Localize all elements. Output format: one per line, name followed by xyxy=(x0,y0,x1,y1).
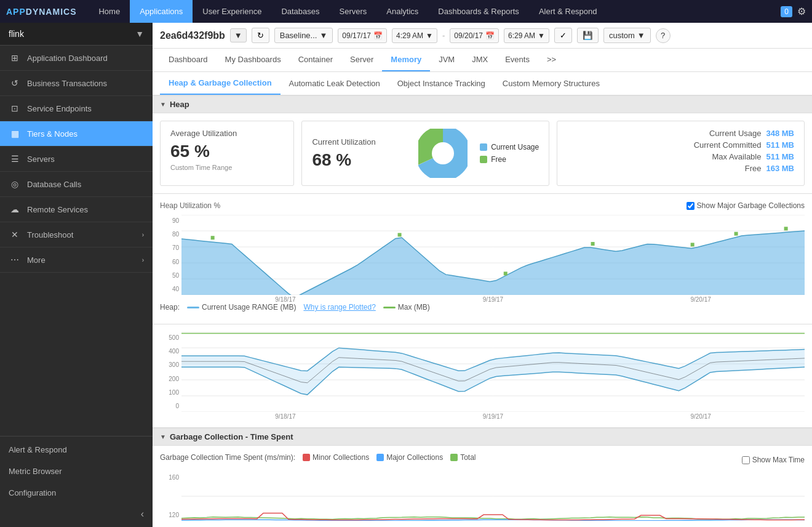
troubleshoot-icon: ✕ xyxy=(9,230,21,239)
date-separator: - xyxy=(442,31,445,40)
tab-server[interactable]: Server xyxy=(341,49,382,71)
gear-icon[interactable]: ⚙ xyxy=(797,6,806,17)
curr-util-label: Current Utilization xyxy=(312,137,406,147)
sidebar-item-label: Application Dashboard xyxy=(27,54,144,63)
free-value: 163 MB xyxy=(766,164,794,173)
gc-major-legend: Major Collections xyxy=(376,453,443,462)
tab-container[interactable]: Container xyxy=(290,49,341,71)
app-dashboard-icon: ⊞ xyxy=(9,53,21,63)
why-range-link[interactable]: Why is range Plotted? xyxy=(303,303,375,312)
sidebar-item-tiers-nodes[interactable]: ▦ Tiers & Nodes xyxy=(0,121,153,147)
sidebar-item-business-transactions[interactable]: ↺ Business Transactions xyxy=(0,71,153,96)
custom-dropdown[interactable]: custom ▼ xyxy=(603,28,651,43)
max-value: 511 MB xyxy=(766,152,794,161)
minor-label: Minor Collections xyxy=(312,453,369,462)
tab-jvm[interactable]: JVM xyxy=(430,49,463,71)
app-id-dropdown[interactable]: ▼ xyxy=(230,28,247,42)
end-date-input[interactable]: 09/20/17 📅 xyxy=(450,28,499,43)
calendar-icon2: 📅 xyxy=(485,31,495,40)
nav-servers[interactable]: Servers xyxy=(330,0,377,23)
tab-dashboard[interactable]: Dashboard xyxy=(160,49,217,71)
nav-user-experience[interactable]: User Experience xyxy=(193,0,271,23)
sidebar-item-app-dashboard[interactable]: ⊞ Application Dashboard xyxy=(0,46,153,71)
tab-jmx[interactable]: JMX xyxy=(463,49,496,71)
sidebar-item-label: Database Calls xyxy=(27,180,144,189)
free-label: Free xyxy=(567,164,761,173)
avg-util-label: Average Utilization xyxy=(170,129,284,138)
baseline-label: Baseline... xyxy=(280,31,317,40)
tab-events[interactable]: Events xyxy=(496,49,538,71)
apply-button[interactable]: ✓ xyxy=(554,28,572,43)
heap-chart-with-axis: 90 80 70 60 50 40 xyxy=(160,215,805,295)
nav-applications[interactable]: Applications xyxy=(130,0,193,23)
show-gc-checkbox[interactable]: Show Major Garbage Collections xyxy=(687,201,805,210)
tab-memory[interactable]: Memory xyxy=(382,49,430,71)
sidebar-item-label: More xyxy=(27,255,136,265)
tab-my-dashboards[interactable]: My Dashboards xyxy=(217,49,290,71)
sub-tabs: Heap & Garbage Collection Automatic Leak… xyxy=(153,72,812,95)
free-dot xyxy=(480,156,487,163)
tab-more[interactable]: >> xyxy=(538,49,565,71)
content-area[interactable]: ▼ Heap Average Utilization 65 % Custom T… xyxy=(153,95,812,527)
subtab-custom-memory[interactable]: Custom Memory Structures xyxy=(494,73,608,94)
nav-alert[interactable]: Alert & Respond xyxy=(529,0,607,23)
gc-y-axis: 160 120 xyxy=(160,472,181,521)
sidebar-footer-alert[interactable]: Alert & Respond xyxy=(0,439,153,461)
heap-pie-chart xyxy=(418,129,468,178)
app-selector[interactable]: flink ▼ xyxy=(0,23,153,46)
time-arrow: ▼ xyxy=(426,31,433,40)
show-max-checkbox[interactable] xyxy=(742,456,750,464)
sidebar-item-more[interactable]: ⋯ More › xyxy=(0,247,153,273)
subtab-heap-gc[interactable]: Heap & Garbage Collection xyxy=(160,72,281,95)
nav-dashboards[interactable]: Dashboards & Reports xyxy=(428,0,529,23)
remote-services-icon: ☁ xyxy=(9,204,21,214)
heap-mb-canvas-area xyxy=(181,332,805,412)
troubleshoot-chevron: › xyxy=(142,231,144,238)
sidebar-item-remote-services[interactable]: ☁ Remote Services xyxy=(0,197,153,222)
save-button[interactable]: 💾 xyxy=(577,28,599,43)
sidebar-footer-metric[interactable]: Metric Browser xyxy=(0,461,153,482)
current-usage-range-legend: Current Usage RANGE (MB) xyxy=(187,303,296,312)
start-time-input[interactable]: 4:29 AM ▼ xyxy=(392,28,437,43)
help-button[interactable]: ? xyxy=(656,28,671,43)
start-date-input[interactable]: 09/17/17 📅 xyxy=(338,28,387,43)
nav-home[interactable]: Home xyxy=(89,0,130,23)
section-triangle: ▼ xyxy=(160,101,166,108)
baseline-dropdown[interactable]: Baseline... ▼ xyxy=(274,28,333,43)
sidebar-collapse-btn[interactable]: ‹ xyxy=(0,504,153,525)
heap-utilization-chart-section: Heap Utilization % Show Major Garbage Co… xyxy=(153,194,812,324)
sidebar-item-database-calls[interactable]: ◎ Database Calls xyxy=(0,172,153,197)
nav-databases[interactable]: Databases xyxy=(271,0,329,23)
max-mb-line xyxy=(383,307,396,308)
major-label: Major Collections xyxy=(386,453,443,462)
subtab-leak-detection[interactable]: Automatic Leak Detection xyxy=(281,73,389,94)
notification-badge[interactable]: 0 xyxy=(781,6,792,17)
business-transactions-icon: ↺ xyxy=(9,78,21,88)
max-label: Max Available xyxy=(567,152,761,161)
sidebar-item-troubleshoot[interactable]: ✕ Troubleshoot › xyxy=(0,222,153,247)
gc-checkbox-input[interactable] xyxy=(687,202,695,210)
database-icon: ◎ xyxy=(9,179,21,189)
usage-row-free: Free 163 MB xyxy=(567,164,794,173)
page-tabs: Dashboard My Dashboards Container Server… xyxy=(153,49,812,72)
sidebar-footer-config[interactable]: Configuration xyxy=(0,482,153,504)
sidebar-item-label: Business Transactions xyxy=(27,79,144,88)
legend-free-label: Free xyxy=(491,155,506,164)
subtab-object-tracking[interactable]: Object Instance Tracking xyxy=(389,73,494,94)
sidebar-nav: ⊞ Application Dashboard ↺ Business Trans… xyxy=(0,46,153,436)
sidebar-item-servers[interactable]: ☰ Servers xyxy=(0,147,153,172)
heap-x-axis: 9/18/17 9/19/17 9/20/17 xyxy=(160,295,805,303)
gc-total-legend: Total xyxy=(450,453,476,462)
heap-mb-chart-with-axis: 500 400 300 200 100 0 xyxy=(160,332,805,412)
end-time-input[interactable]: 6:29 AM ▼ xyxy=(504,28,549,43)
baseline-chevron: ▼ xyxy=(319,31,327,40)
refresh-button[interactable]: ↻ xyxy=(252,28,269,43)
nav-analytics[interactable]: Analytics xyxy=(376,0,428,23)
heap-chart-legend: Heap: Current Usage RANGE (MB) Why is ra… xyxy=(160,303,805,312)
more-icon: ⋯ xyxy=(9,255,21,265)
heap-util-canvas xyxy=(181,215,805,295)
sidebar-item-service-endpoints[interactable]: ⊡ Service Endpoints xyxy=(0,96,153,121)
svg-point-2 xyxy=(432,142,454,164)
calendar-icon: 📅 xyxy=(373,31,383,40)
total-label: Total xyxy=(460,453,476,462)
